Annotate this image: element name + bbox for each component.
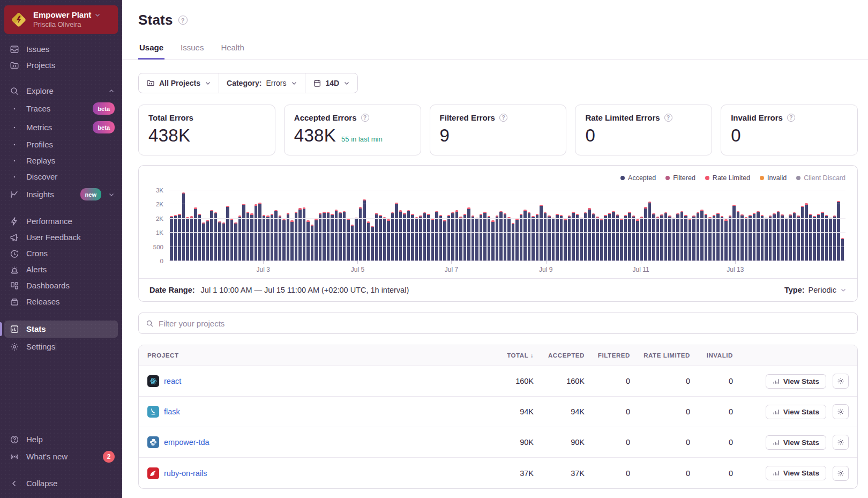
sidebar-item-help[interactable]: Help [0, 432, 122, 448]
chart-bar[interactable] [620, 190, 623, 261]
column-header-filtered[interactable]: FILTERED [585, 352, 630, 359]
chart-bar[interactable] [523, 190, 527, 261]
chart-bar[interactable] [411, 190, 414, 261]
chart-bar[interactable] [242, 190, 245, 261]
chart-bar[interactable] [536, 190, 539, 261]
chart-bar[interactable] [190, 190, 193, 261]
chart-bar[interactable] [234, 190, 237, 261]
chart-bar[interactable] [194, 190, 197, 261]
chart-bar[interactable] [724, 190, 728, 261]
chart-bar[interactable] [801, 190, 804, 261]
column-header-rate-limited[interactable]: RATE LIMITED [630, 352, 690, 359]
chart-bar[interactable] [415, 190, 418, 261]
org-switcher[interactable]: Empower Plant Priscila Oliveira [4, 5, 118, 34]
chart-bar[interactable] [648, 190, 652, 261]
column-header-invalid[interactable]: INVALID [690, 352, 733, 359]
chart-bar[interactable] [841, 190, 844, 261]
chart-bar[interactable] [431, 190, 435, 261]
chart-bar[interactable] [660, 190, 663, 261]
chart-bar[interactable] [263, 190, 266, 261]
chart-bar[interactable] [480, 190, 483, 261]
view-stats-button[interactable]: View Stats [766, 435, 826, 450]
chart-bar[interactable] [391, 190, 394, 261]
chart-bar[interactable] [383, 190, 386, 261]
sidebar-item-discover[interactable]: Discover [0, 169, 122, 185]
chart-bar[interactable] [423, 190, 426, 261]
chart-bar[interactable] [230, 190, 234, 261]
tab-issues[interactable]: Issues [179, 43, 205, 60]
chart-bar[interactable] [813, 190, 816, 261]
chart-bar[interactable] [652, 190, 655, 261]
sidebar-item-replays[interactable]: Replays [0, 153, 122, 169]
chart-bar[interactable] [298, 190, 302, 261]
sidebar-item-stats[interactable]: Stats [4, 321, 118, 338]
chart-bar[interactable] [375, 190, 378, 261]
chart-bar[interactable] [504, 190, 507, 261]
chart-bar[interactable] [311, 190, 314, 261]
chart-bar[interactable] [676, 190, 679, 261]
chart-bar[interactable] [407, 190, 410, 261]
chart-bar[interactable] [250, 190, 253, 261]
chart-bar[interactable] [608, 190, 611, 261]
chart-bar[interactable] [347, 190, 350, 261]
chart-bar[interactable] [732, 190, 736, 261]
type-selector[interactable]: Type: Periodic [784, 286, 847, 294]
chart-bar[interactable] [528, 190, 531, 261]
chart-bar[interactable] [174, 190, 177, 261]
chart-bar[interactable] [689, 190, 692, 261]
chart-bar[interactable] [343, 190, 346, 261]
chart-bar[interactable] [399, 190, 402, 261]
sidebar-item-traces[interactable]: Traces beta [0, 99, 122, 118]
chart-bar[interactable] [303, 190, 306, 261]
column-header-total[interactable]: TOTAL↓ [483, 352, 534, 359]
chart-bar[interactable] [186, 190, 189, 261]
legend-item[interactable]: Invalid [760, 174, 787, 182]
chart-bar[interactable] [668, 190, 671, 261]
chart-bar[interactable] [700, 190, 704, 261]
chart-bar[interactable] [552, 190, 555, 261]
project-settings-button[interactable] [833, 435, 849, 450]
chart-bar[interactable] [797, 190, 800, 261]
chart-bar[interactable] [745, 190, 748, 261]
sidebar-item-issues[interactable]: Issues [0, 41, 122, 57]
chart-bar[interactable] [576, 190, 579, 261]
chart-bar[interactable] [439, 190, 443, 261]
chart-bar[interactable] [640, 190, 643, 261]
sidebar-item-settings[interactable]: Settings [0, 339, 122, 355]
chart-bar[interactable] [809, 190, 812, 261]
chart-bar[interactable] [584, 190, 587, 261]
chart-bar[interactable] [556, 190, 559, 261]
chart-bar[interactable] [729, 190, 732, 261]
chart-bar[interactable] [540, 190, 543, 261]
chart-bar[interactable] [266, 190, 270, 261]
column-header-project[interactable]: PROJECT [147, 352, 483, 359]
chart-bar[interactable] [592, 190, 595, 261]
chart-bar[interactable] [222, 190, 226, 261]
chart-bar[interactable] [491, 190, 495, 261]
project-link[interactable]: flask [164, 407, 180, 416]
chart-bar[interactable] [716, 190, 720, 261]
chart-bar[interactable] [419, 190, 422, 261]
project-settings-button[interactable] [833, 374, 849, 389]
sidebar-item-alerts[interactable]: Alerts [0, 262, 122, 278]
chart-bar[interactable] [467, 190, 470, 261]
chart-bar[interactable] [636, 190, 639, 261]
chart-bar[interactable] [387, 190, 390, 261]
chart-bar[interactable] [805, 190, 808, 261]
chart-bar[interactable] [290, 190, 294, 261]
chart-bar[interactable] [580, 190, 583, 261]
chart-bar[interactable] [271, 190, 274, 261]
chart-bar[interactable] [684, 190, 687, 261]
project-selector[interactable]: All Projects [139, 73, 219, 93]
chart-bar[interactable] [737, 190, 740, 261]
chart-bar[interactable] [616, 190, 619, 261]
chart-bar[interactable] [274, 190, 278, 261]
chart-bar[interactable] [624, 190, 627, 261]
sidebar-item-crons[interactable]: Crons [0, 246, 122, 262]
chart-bar[interactable] [403, 190, 406, 261]
sidebar-item-user-feedback[interactable]: User Feedback [0, 229, 122, 246]
chart-bar[interactable] [632, 190, 635, 261]
chart-bar[interactable] [435, 190, 438, 261]
chart-bar[interactable] [206, 190, 209, 261]
chart-bar[interactable] [837, 190, 840, 261]
